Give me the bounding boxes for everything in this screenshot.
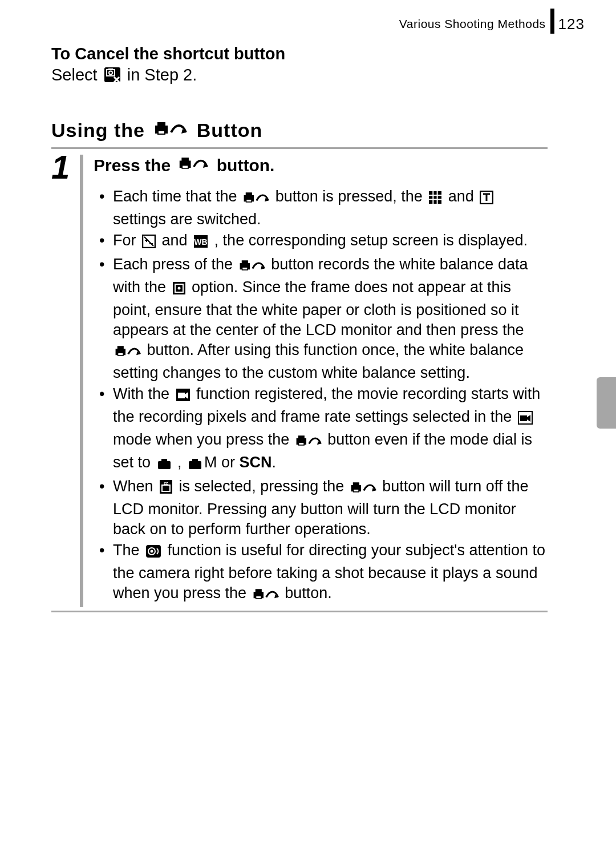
print-share-icon [350,479,376,499]
scn-text: SCN [240,454,272,471]
step-post: button. [212,156,274,175]
step-bullets: Each time that the button is pressed, th… [94,187,548,606]
print-share-icon [295,433,322,453]
bullet-1: Each time that the button is pressed, th… [94,187,548,229]
svg-rect-34 [256,596,261,598]
display-off-icon: zz [159,479,173,499]
print-share-icon [243,189,269,209]
svg-rect-21 [299,443,303,445]
manual-page: Various Shooting Methods 123 To Cancel t… [0,0,616,868]
title-rule [51,147,548,149]
svg-rect-20 [520,415,527,421]
sound-icon [145,543,161,563]
step-1: 1 Press the button. [51,155,548,607]
step-pre: Press the [94,156,175,175]
page-number: 123 [556,15,585,33]
page-content: To Cancel the shortcut button Select in … [51,45,548,617]
movie-icon [176,387,191,407]
shortcut-off-icon [104,67,121,87]
svg-text:zz: zz [164,481,169,485]
svg-rect-6 [246,200,251,201]
svg-rect-2 [108,68,113,70]
white-balance-icon: WB [193,233,208,253]
svg-rect-18 [178,393,185,398]
print-share-icon [179,155,208,175]
svg-point-15 [177,287,180,290]
header-section-title: Various Shooting Methods [399,17,550,31]
bullet-4: With the function registered, the movie … [94,384,548,475]
svg-rect-12 [242,268,247,269]
svg-rect-16 [118,353,123,355]
cancel-text-prefix: Select [51,66,102,84]
svg-rect-7 [429,191,441,204]
section-tab [597,377,616,429]
page-header: Various Shooting Methods 123 [399,11,585,37]
svg-point-24 [162,463,167,467]
custom-wb-icon [172,280,186,300]
cancel-text-suffix: in Step 2. [127,66,197,84]
print-share-icon [253,586,279,606]
exposure-comp-icon [142,233,156,253]
cancel-instruction: Select in Step 2. [51,64,548,87]
svg-rect-25 [189,461,201,469]
step-heading: Press the button. [94,155,548,179]
section-title-row: Using the Button [51,119,548,142]
title-pre: Using the [51,119,151,142]
print-share-icon [115,343,141,363]
svg-rect-5 [183,165,188,168]
bullet-5: When zz is selected, pressing the button… [94,477,548,539]
camera-manual-icon [188,455,202,475]
svg-rect-4 [159,131,164,134]
step-body: Press the button. Each time that the [80,155,548,607]
movie-mode-icon [518,410,533,430]
cancel-heading: To Cancel the shortcut button [51,45,548,63]
teleconverter-icon [480,189,493,209]
step-number-col: 1 [51,155,80,607]
camera-auto-icon [157,455,172,475]
svg-rect-26 [192,459,198,462]
svg-rect-23 [161,459,167,462]
bullet-6: The function is useful for directing you… [94,540,548,606]
grid-icon [428,189,442,209]
svg-text:WB: WB [194,237,207,247]
print-share-icon [154,119,187,142]
bullet-3: Each press of the button records the whi… [94,255,548,383]
title-post: Button [191,119,262,142]
svg-rect-30 [354,490,358,491]
step-end-rule [51,611,548,612]
section-title: Using the Button [51,119,262,142]
bullet-2: For and WB , the corresponding setup scr… [94,231,548,253]
header-divider [550,9,554,34]
svg-point-33 [151,550,153,553]
step-number: 1 [51,153,80,181]
print-share-icon [239,257,265,277]
